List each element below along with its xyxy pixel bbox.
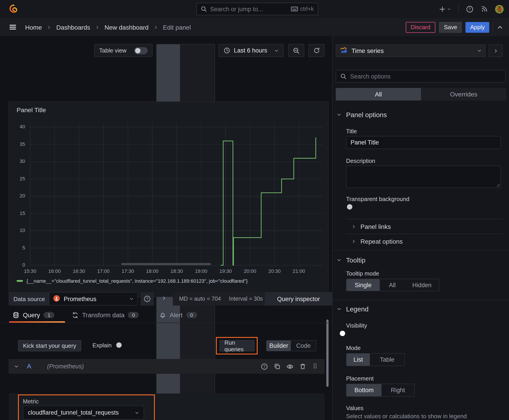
disable-query-eye-icon[interactable]	[286, 363, 294, 370]
discard-button[interactable]: Discard	[406, 22, 435, 32]
zoom-out-button[interactable]	[288, 44, 304, 57]
tab-alert[interactable]: Alert 0	[159, 309, 197, 321]
nav-divider	[458, 4, 459, 14]
transparent-bg-label: Transparent background	[346, 196, 409, 202]
y-tick-label: 20	[10, 193, 25, 199]
drag-handle-grip-icon[interactable]	[312, 362, 318, 370]
query-ref-id[interactable]: A	[27, 363, 31, 370]
query-inspector-button[interactable]: Query inspector	[265, 292, 332, 306]
panel-links-section[interactable]: Panel links	[351, 223, 391, 230]
title-input[interactable]	[346, 136, 501, 149]
global-search-input[interactable]: Search or jump to... ctrl+k	[196, 3, 318, 15]
metric-select[interactable]: cloudflared_tunnel_total_requests	[23, 406, 144, 420]
chevron-right-icon	[47, 25, 51, 29]
chevron-right-icon	[153, 25, 158, 29]
table-view-switch[interactable]	[134, 47, 148, 54]
grafana-logo-icon[interactable]	[8, 4, 18, 15]
chevron-down-icon	[135, 410, 139, 415]
breadcrumb-dashboards[interactable]: Dashboards	[56, 23, 90, 31]
chevron-right-icon	[351, 224, 356, 229]
legend-bottom-option[interactable]: Bottom	[347, 384, 381, 396]
query-help-icon[interactable]: ?	[261, 363, 268, 370]
duplicate-query-icon[interactable]	[274, 363, 281, 370]
tab-overrides[interactable]: Overrides	[421, 88, 506, 100]
options-filter-tabs: All Overrides	[336, 88, 506, 100]
delete-query-trash-icon[interactable]	[299, 363, 306, 370]
legend-table-option[interactable]: Table	[370, 354, 404, 366]
top-nav: Search or jump to... ctrl+k ?	[0, 0, 509, 18]
scrollbar-thumb[interactable]	[326, 320, 328, 387]
x-tick-label: 21:00	[288, 268, 310, 274]
x-tick-label: 19:30	[215, 268, 236, 274]
visualization-picker[interactable]: Time series	[336, 45, 486, 57]
breadcrumb-new-dashboard[interactable]: New dashboard	[105, 23, 149, 31]
pane-resize-handle[interactable]	[121, 263, 211, 265]
tab-query-label: Query	[23, 311, 40, 319]
collapse-query-chevron-icon[interactable]	[14, 364, 19, 369]
options-search-input[interactable]: Search options	[336, 70, 506, 82]
repeat-options-section[interactable]: Repeat options	[351, 238, 403, 245]
bell-icon	[159, 312, 166, 318]
tooltip-header[interactable]: Tooltip	[337, 256, 365, 264]
chevron-down-icon	[129, 297, 134, 301]
plot-area[interactable]	[30, 123, 323, 266]
y-tick-label: 40	[10, 124, 25, 129]
datasource-picker[interactable]: Prometheus	[49, 292, 138, 306]
legend-series-label: {__name__="cloudflared_tunnel_total_requ…	[26, 278, 248, 284]
apply-button[interactable]: Apply	[466, 22, 489, 32]
save-button[interactable]: Save	[439, 22, 462, 32]
nav-right-icons: ?	[439, 0, 504, 18]
time-range-picker[interactable]: Last 6 hours	[219, 44, 284, 57]
avatar[interactable]	[495, 5, 504, 13]
panel-options-header[interactable]: Panel options	[337, 111, 387, 119]
edit-pane-left: Table view Fill Actual Last 6 hours Pane…	[0, 36, 332, 420]
refresh-button[interactable]	[308, 44, 325, 57]
svg-text:?: ?	[263, 364, 265, 369]
breadcrumb: Home Dashboards New dashboard Edit panel	[9, 18, 191, 36]
tooltip-single-option[interactable]: Single	[347, 279, 380, 291]
code-option[interactable]: Code	[291, 341, 316, 351]
chevron-right-icon	[95, 25, 100, 29]
legend-right-option[interactable]: Right	[381, 384, 414, 396]
y-tick-label: 0	[10, 262, 25, 267]
expand-row-chevron-icon[interactable]	[162, 296, 167, 301]
news-rss-icon[interactable]	[481, 5, 488, 13]
y-tick-label: 35	[10, 141, 25, 147]
x-axis: 15:3016:0016:3017:0017:3018:0018:3019:00…	[30, 268, 323, 275]
description-textarea[interactable]	[346, 165, 501, 188]
run-queries-button[interactable]: Run queries	[220, 340, 255, 351]
query-row-header[interactable]: A (Prometheus) ?	[8, 359, 325, 374]
clock-icon	[224, 47, 230, 54]
x-tick-label: 20:00	[239, 268, 261, 274]
legend-header[interactable]: Legend	[337, 305, 369, 313]
tab-transform[interactable]: Transform data 0	[72, 309, 139, 321]
chevron-right-icon	[351, 239, 356, 244]
panel-options-title: Panel options	[346, 111, 387, 119]
new-menu-button[interactable]	[439, 6, 451, 12]
chevron-down-icon	[477, 48, 482, 53]
kick-start-query-button[interactable]: Kick start your query	[18, 340, 81, 351]
chart-legend[interactable]: {__name__="cloudflared_tunnel_total_requ…	[17, 278, 248, 284]
tab-query[interactable]: Query 1	[13, 309, 54, 321]
tooltip-hidden-option[interactable]: Hidden	[405, 279, 439, 291]
menu-hamburger-icon[interactable]	[9, 23, 17, 31]
breadcrumb-home[interactable]: Home	[25, 23, 42, 31]
chart-panel[interactable]: Panel Title 0510152025303540 15:3016:001…	[8, 101, 328, 297]
help-icon[interactable]: ?	[466, 5, 473, 13]
timeseries-chart-icon	[340, 46, 347, 55]
tab-all[interactable]: All	[336, 88, 421, 100]
collapse-options-button[interactable]	[489, 45, 503, 57]
x-tick-label: 18:30	[166, 268, 187, 274]
legend-list-option[interactable]: List	[347, 354, 370, 366]
query-count-badge: 1	[44, 312, 54, 318]
description-field-label: Description	[346, 158, 375, 164]
tooltip-all-option[interactable]: All	[380, 279, 405, 291]
breadcrumb-edit-panel: Edit panel	[163, 23, 191, 31]
search-icon	[340, 73, 347, 79]
grafana-edit-panel: Search or jump to... ctrl+k ? Home Das	[0, 0, 509, 420]
collapse-up-icon[interactable]	[497, 24, 503, 30]
builder-option[interactable]: Builder	[267, 341, 291, 351]
datasource-help-button[interactable]: ?	[140, 292, 154, 306]
tooltip-mode-label: Tooltip mode	[346, 270, 379, 277]
table-view-toggle[interactable]: Table view	[94, 44, 153, 57]
